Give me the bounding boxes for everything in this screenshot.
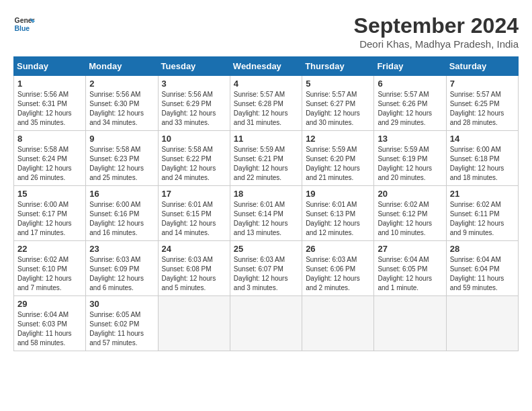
day-number: 18	[234, 189, 298, 199]
table-cell: 29Sunrise: 6:04 AM Sunset: 6:03 PM Dayli…	[14, 296, 86, 351]
table-cell: 24Sunrise: 6:03 AM Sunset: 6:08 PM Dayli…	[158, 241, 230, 296]
table-cell	[446, 296, 518, 351]
day-number: 8	[17, 134, 82, 144]
calendar-table: Sunday Monday Tuesday Wednesday Thursday…	[13, 56, 519, 351]
day-info: Sunrise: 5:58 AM Sunset: 6:23 PM Dayligh…	[89, 145, 154, 183]
table-cell: 7Sunrise: 5:57 AM Sunset: 6:25 PM Daylig…	[446, 76, 518, 131]
month-title: September 2024	[354, 13, 519, 38]
table-row: 22Sunrise: 6:02 AM Sunset: 6:10 PM Dayli…	[14, 241, 519, 296]
col-monday: Monday	[86, 57, 158, 76]
logo: General Blue	[13, 13, 35, 35]
table-cell: 15Sunrise: 6:00 AM Sunset: 6:17 PM Dayli…	[14, 186, 86, 241]
day-info: Sunrise: 5:57 AM Sunset: 6:28 PM Dayligh…	[234, 90, 298, 128]
day-info: Sunrise: 5:59 AM Sunset: 6:21 PM Dayligh…	[234, 145, 298, 183]
day-number: 3	[162, 79, 226, 89]
day-number: 29	[17, 299, 82, 309]
day-info: Sunrise: 6:00 AM Sunset: 6:18 PM Dayligh…	[450, 145, 515, 183]
table-cell: 8Sunrise: 5:58 AM Sunset: 6:24 PM Daylig…	[14, 131, 86, 186]
day-info: Sunrise: 6:00 AM Sunset: 6:16 PM Dayligh…	[89, 200, 154, 238]
day-info: Sunrise: 5:56 AM Sunset: 6:30 PM Dayligh…	[89, 90, 154, 128]
table-cell: 6Sunrise: 5:57 AM Sunset: 6:26 PM Daylig…	[374, 76, 446, 131]
day-info: Sunrise: 6:01 AM Sunset: 6:14 PM Dayligh…	[234, 200, 298, 238]
day-number: 16	[89, 189, 154, 199]
table-row: 15Sunrise: 6:00 AM Sunset: 6:17 PM Dayli…	[14, 186, 519, 241]
day-info: Sunrise: 5:59 AM Sunset: 6:19 PM Dayligh…	[378, 145, 442, 183]
table-cell	[230, 296, 302, 351]
table-cell	[302, 296, 374, 351]
day-info: Sunrise: 5:57 AM Sunset: 6:26 PM Dayligh…	[378, 90, 442, 128]
day-info: Sunrise: 5:57 AM Sunset: 6:27 PM Dayligh…	[306, 90, 370, 128]
table-cell: 22Sunrise: 6:02 AM Sunset: 6:10 PM Dayli…	[14, 241, 86, 296]
table-cell: 9Sunrise: 5:58 AM Sunset: 6:23 PM Daylig…	[86, 131, 158, 186]
day-number: 10	[162, 134, 226, 144]
table-cell: 30Sunrise: 6:05 AM Sunset: 6:02 PM Dayli…	[86, 296, 158, 351]
col-thursday: Thursday	[302, 57, 374, 76]
day-number: 14	[450, 134, 515, 144]
table-cell: 2Sunrise: 5:56 AM Sunset: 6:30 PM Daylig…	[86, 76, 158, 131]
day-number: 26	[306, 244, 370, 254]
table-row: 29Sunrise: 6:04 AM Sunset: 6:03 PM Dayli…	[14, 296, 519, 351]
table-cell: 4Sunrise: 5:57 AM Sunset: 6:28 PM Daylig…	[230, 76, 302, 131]
day-number: 5	[306, 79, 370, 89]
table-row: 8Sunrise: 5:58 AM Sunset: 6:24 PM Daylig…	[14, 131, 519, 186]
table-cell: 26Sunrise: 6:03 AM Sunset: 6:06 PM Dayli…	[302, 241, 374, 296]
day-info: Sunrise: 6:05 AM Sunset: 6:02 PM Dayligh…	[89, 310, 154, 348]
table-cell: 10Sunrise: 5:58 AM Sunset: 6:22 PM Dayli…	[158, 131, 230, 186]
table-cell: 25Sunrise: 6:03 AM Sunset: 6:07 PM Dayli…	[230, 241, 302, 296]
table-row: 1Sunrise: 5:56 AM Sunset: 6:31 PM Daylig…	[14, 76, 519, 131]
table-cell: 18Sunrise: 6:01 AM Sunset: 6:14 PM Dayli…	[230, 186, 302, 241]
table-cell: 20Sunrise: 6:02 AM Sunset: 6:12 PM Dayli…	[374, 186, 446, 241]
header-row: Sunday Monday Tuesday Wednesday Thursday…	[14, 57, 519, 76]
svg-text:Blue: Blue	[15, 25, 30, 32]
day-info: Sunrise: 6:03 AM Sunset: 6:08 PM Dayligh…	[162, 255, 226, 293]
day-info: Sunrise: 6:03 AM Sunset: 6:09 PM Dayligh…	[89, 255, 154, 293]
col-tuesday: Tuesday	[158, 57, 230, 76]
day-info: Sunrise: 5:57 AM Sunset: 6:25 PM Dayligh…	[450, 90, 515, 128]
day-info: Sunrise: 6:01 AM Sunset: 6:13 PM Dayligh…	[306, 200, 370, 238]
day-number: 24	[162, 244, 226, 254]
day-number: 4	[234, 79, 298, 89]
table-cell: 19Sunrise: 6:01 AM Sunset: 6:13 PM Dayli…	[302, 186, 374, 241]
day-number: 20	[378, 189, 442, 199]
table-cell: 17Sunrise: 6:01 AM Sunset: 6:15 PM Dayli…	[158, 186, 230, 241]
table-cell: 13Sunrise: 5:59 AM Sunset: 6:19 PM Dayli…	[374, 131, 446, 186]
day-number: 15	[17, 189, 82, 199]
col-sunday: Sunday	[14, 57, 86, 76]
table-cell: 16Sunrise: 6:00 AM Sunset: 6:16 PM Dayli…	[86, 186, 158, 241]
day-number: 23	[89, 244, 154, 254]
day-number: 9	[89, 134, 154, 144]
table-cell: 27Sunrise: 6:04 AM Sunset: 6:05 PM Dayli…	[374, 241, 446, 296]
day-info: Sunrise: 5:59 AM Sunset: 6:20 PM Dayligh…	[306, 145, 370, 183]
day-info: Sunrise: 6:00 AM Sunset: 6:17 PM Dayligh…	[17, 200, 82, 238]
table-cell: 12Sunrise: 5:59 AM Sunset: 6:20 PM Dayli…	[302, 131, 374, 186]
table-cell: 28Sunrise: 6:04 AM Sunset: 6:04 PM Dayli…	[446, 241, 518, 296]
day-number: 7	[450, 79, 515, 89]
day-info: Sunrise: 6:03 AM Sunset: 6:07 PM Dayligh…	[234, 255, 298, 293]
title-area: September 2024 Deori Khas, Madhya Prades…	[354, 13, 519, 50]
table-cell: 14Sunrise: 6:00 AM Sunset: 6:18 PM Dayli…	[446, 131, 518, 186]
day-number: 27	[378, 244, 442, 254]
day-info: Sunrise: 6:04 AM Sunset: 6:03 PM Dayligh…	[17, 310, 82, 348]
day-number: 6	[378, 79, 442, 89]
col-wednesday: Wednesday	[230, 57, 302, 76]
logo-icon: General Blue	[13, 13, 35, 35]
table-cell: 11Sunrise: 5:59 AM Sunset: 6:21 PM Dayli…	[230, 131, 302, 186]
day-info: Sunrise: 6:02 AM Sunset: 6:11 PM Dayligh…	[450, 200, 515, 238]
day-number: 12	[306, 134, 370, 144]
table-cell	[374, 296, 446, 351]
day-info: Sunrise: 6:03 AM Sunset: 6:06 PM Dayligh…	[306, 255, 370, 293]
table-cell: 1Sunrise: 5:56 AM Sunset: 6:31 PM Daylig…	[14, 76, 86, 131]
day-number: 25	[234, 244, 298, 254]
day-info: Sunrise: 6:04 AM Sunset: 6:04 PM Dayligh…	[450, 255, 515, 293]
day-info: Sunrise: 5:58 AM Sunset: 6:22 PM Dayligh…	[162, 145, 226, 183]
table-cell: 5Sunrise: 5:57 AM Sunset: 6:27 PM Daylig…	[302, 76, 374, 131]
day-number: 22	[17, 244, 82, 254]
day-info: Sunrise: 5:56 AM Sunset: 6:31 PM Dayligh…	[17, 90, 82, 128]
day-number: 19	[306, 189, 370, 199]
day-number: 17	[162, 189, 226, 199]
day-info: Sunrise: 6:02 AM Sunset: 6:12 PM Dayligh…	[378, 200, 442, 238]
day-number: 1	[17, 79, 82, 89]
day-info: Sunrise: 5:56 AM Sunset: 6:29 PM Dayligh…	[162, 90, 226, 128]
col-friday: Friday	[374, 57, 446, 76]
table-cell: 23Sunrise: 6:03 AM Sunset: 6:09 PM Dayli…	[86, 241, 158, 296]
